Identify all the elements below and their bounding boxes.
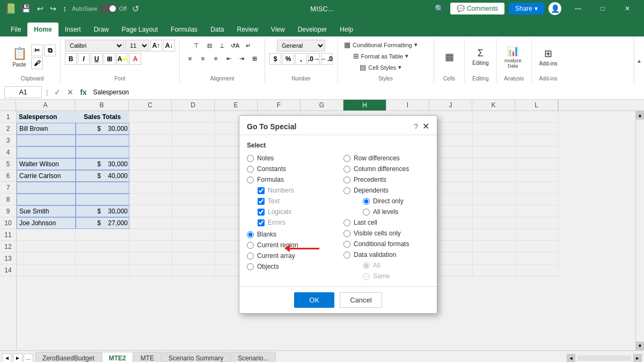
paste-button[interactable]: 📋 Paste	[9, 45, 30, 70]
tab-insert[interactable]: Insert	[58, 23, 87, 36]
cell-K12[interactable]	[473, 241, 516, 253]
radio-conditional-formats[interactable]	[343, 241, 350, 248]
cell-D5[interactable]	[172, 158, 215, 170]
row-num-9[interactable]: 9	[0, 205, 16, 217]
radio-notes[interactable]	[247, 155, 254, 162]
row-num-10[interactable]: 10	[0, 217, 16, 229]
minimize-button[interactable]: —	[566, 0, 590, 17]
cell-K6[interactable]	[473, 170, 516, 182]
cancel-formula-icon[interactable]: ✕	[65, 88, 76, 97]
cell-C7[interactable]	[129, 182, 172, 194]
cell-L6[interactable]	[516, 170, 559, 182]
cell-K8[interactable]	[473, 194, 516, 205]
tab-home[interactable]: Home	[27, 23, 58, 36]
option-dependents[interactable]: Dependents	[343, 187, 429, 194]
insert-function-icon[interactable]: fx	[78, 88, 89, 97]
radio-data-validation[interactable]	[343, 252, 350, 258]
col-header-L[interactable]: L	[515, 100, 558, 110]
cell-D8[interactable]	[172, 194, 215, 205]
radio-current-region[interactable]	[247, 242, 254, 249]
cell-D10[interactable]	[172, 217, 215, 229]
row-num-2[interactable]: 2	[0, 123, 16, 135]
cancel-button[interactable]: Cancel	[340, 292, 382, 308]
tab-data[interactable]: Data	[204, 23, 230, 36]
radio-last-cell[interactable]	[343, 219, 350, 226]
cell-D2[interactable]	[172, 123, 215, 135]
cell-D13[interactable]	[172, 253, 215, 264]
number-format-select[interactable]: General	[277, 40, 325, 51]
cell-L12[interactable]	[516, 241, 559, 253]
close-button[interactable]: ✕	[615, 0, 640, 17]
option-current-region[interactable]: Current region	[247, 241, 333, 249]
option-objects[interactable]: Objects	[247, 263, 333, 270]
cell-D3[interactable]	[172, 135, 215, 146]
cell-A2[interactable]: Bill Brown	[17, 123, 76, 135]
align-bottom-button[interactable]: ⊥	[216, 40, 228, 51]
scroll-up-button[interactable]: ▲	[636, 111, 644, 120]
align-middle-button[interactable]: ⊟	[203, 40, 215, 51]
user-avatar[interactable]: 👤	[548, 2, 561, 15]
scroll-track[interactable]	[636, 120, 644, 342]
sort-icon[interactable]: ↕	[61, 3, 69, 14]
col-header-E[interactable]: E	[215, 100, 258, 110]
cell-B7[interactable]	[76, 182, 129, 194]
cell-C12[interactable]	[129, 241, 172, 253]
conditional-formatting-button[interactable]: ▦ Conditional Formatting ▾	[342, 40, 420, 50]
col-header-F[interactable]: F	[258, 100, 301, 110]
currency-button[interactable]: $	[269, 53, 281, 65]
cell-B4[interactable]	[76, 146, 129, 158]
option-constants[interactable]: Constants	[247, 165, 333, 173]
col-header-I[interactable]: I	[386, 100, 429, 110]
checkbox-errors[interactable]	[258, 219, 265, 226]
cell-C4[interactable]	[129, 146, 172, 158]
radio-visible-cells[interactable]	[343, 230, 350, 237]
cell-C9[interactable]	[129, 205, 172, 217]
option-conditional-formats[interactable]: Conditional formats	[343, 240, 429, 248]
cell-L2[interactable]	[516, 123, 559, 135]
cell-B14[interactable]	[76, 264, 129, 276]
redo-icon[interactable]: ↪	[48, 3, 58, 14]
cell-K10[interactable]	[473, 217, 516, 229]
cell-K14[interactable]	[473, 264, 516, 276]
col-header-K[interactable]: K	[472, 100, 515, 110]
formula-input[interactable]	[91, 88, 640, 96]
cell-A10[interactable]: Joe Johnson	[17, 217, 76, 229]
cell-A12[interactable]	[17, 241, 76, 253]
cell-L9[interactable]	[516, 205, 559, 217]
radio-same-sub[interactable]	[363, 273, 370, 280]
cell-K4[interactable]	[473, 146, 516, 158]
tab-developer[interactable]: Developer	[291, 23, 334, 36]
tab-formulas[interactable]: Formulas	[164, 23, 204, 36]
option-current-array[interactable]: Current array	[247, 252, 333, 260]
cell-B8[interactable]	[76, 194, 129, 205]
cell-A1[interactable]: Salesperson	[17, 111, 76, 123]
comma-button[interactable]: ,	[295, 53, 307, 65]
radio-all-levels[interactable]	[363, 209, 370, 216]
tab-review[interactable]: Review	[230, 23, 264, 36]
option-formulas[interactable]: Formulas	[247, 176, 333, 183]
cell-styles-button[interactable]: ▤ Cell Styles ▾	[357, 62, 404, 72]
option-column-differences[interactable]: Column differences	[343, 165, 429, 173]
radio-formulas[interactable]	[247, 176, 254, 183]
row-num-12[interactable]: 12	[0, 241, 16, 253]
sheet-tab-zerobasedbudget[interactable]: ZeroBasedBudget	[35, 352, 101, 363]
tab-file[interactable]: File	[4, 23, 27, 36]
tab-page-layout[interactable]: Page Layout	[115, 23, 164, 36]
bold-button[interactable]: B	[65, 53, 77, 65]
sheet-tab-mte[interactable]: MTE	[134, 352, 161, 363]
option-direct-only[interactable]: Direct only	[343, 197, 429, 205]
cut-button[interactable]: ✂	[31, 45, 43, 56]
font-name-select[interactable]: Calibri	[65, 40, 124, 51]
option-numbers[interactable]: Numbers	[247, 187, 333, 194]
cell-C3[interactable]	[129, 135, 172, 146]
col-header-G[interactable]: G	[301, 100, 343, 110]
format-painter-button[interactable]: 🖌	[31, 57, 43, 69]
option-all-sub[interactable]: All	[343, 262, 429, 269]
text-direction-button[interactable]: ↺A	[229, 40, 241, 51]
align-center-button[interactable]: ≡	[197, 53, 209, 64]
cell-C11[interactable]	[129, 229, 172, 241]
format-as-table-button[interactable]: ⊞ Format as Table ▾	[351, 51, 411, 61]
cell-D1[interactable]	[172, 111, 215, 123]
row-num-14[interactable]: 14	[0, 264, 16, 276]
cell-B6[interactable]: $ 40,000	[76, 170, 129, 182]
